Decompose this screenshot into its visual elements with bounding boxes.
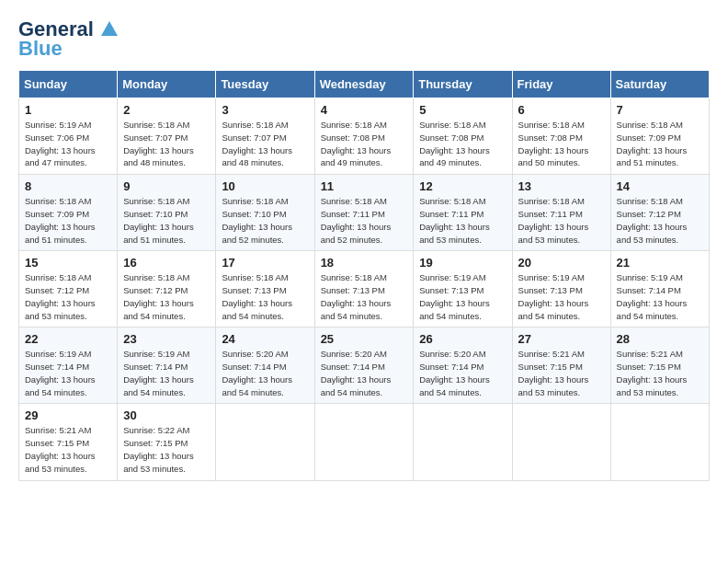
- day-detail: Sunrise: 5:18 AMSunset: 7:13 PMDaylight:…: [222, 271, 308, 322]
- day-detail: Sunrise: 5:19 AMSunset: 7:06 PMDaylight:…: [25, 119, 111, 169]
- calendar-day-cell: 13 Sunrise: 5:18 AMSunset: 7:11 PMDaylig…: [512, 175, 610, 251]
- day-detail: Sunrise: 5:18 AMSunset: 7:13 PMDaylight:…: [321, 271, 408, 322]
- day-number: 3: [222, 103, 308, 117]
- logo-icon: [101, 20, 118, 37]
- calendar-day-cell: [414, 404, 512, 480]
- day-detail: Sunrise: 5:18 AMSunset: 7:09 PMDaylight:…: [617, 119, 703, 169]
- day-number: 26: [419, 332, 506, 346]
- weekday-header-cell: Tuesday: [216, 71, 314, 98]
- day-number: 17: [222, 256, 308, 270]
- day-detail: Sunrise: 5:18 AMSunset: 7:11 PMDaylight:…: [419, 195, 506, 246]
- day-number: 11: [321, 179, 408, 193]
- day-number: 12: [419, 179, 506, 193]
- weekday-header-cell: Saturday: [610, 71, 709, 98]
- day-detail: Sunrise: 5:22 AMSunset: 7:15 PMDaylight:…: [123, 424, 210, 475]
- day-number: 1: [25, 103, 111, 117]
- page-header: General Blue: [18, 18, 710, 61]
- day-number: 4: [321, 103, 408, 117]
- weekday-header-cell: Friday: [512, 71, 610, 98]
- calendar-table: SundayMondayTuesdayWednesdayThursdayFrid…: [18, 70, 710, 480]
- weekday-header-row: SundayMondayTuesdayWednesdayThursdayFrid…: [19, 71, 710, 98]
- calendar-day-cell: 18 Sunrise: 5:18 AMSunset: 7:13 PMDaylig…: [314, 251, 414, 327]
- weekday-header-cell: Sunday: [19, 71, 118, 98]
- day-detail: Sunrise: 5:18 AMSunset: 7:08 PMDaylight:…: [321, 119, 408, 169]
- day-detail: Sunrise: 5:18 AMSunset: 7:08 PMDaylight:…: [419, 119, 506, 169]
- weekday-header-cell: Monday: [118, 71, 216, 98]
- day-detail: Sunrise: 5:19 AMSunset: 7:13 PMDaylight:…: [518, 271, 605, 322]
- calendar-day-cell: 21 Sunrise: 5:19 AMSunset: 7:14 PMDaylig…: [610, 251, 709, 327]
- day-detail: Sunrise: 5:18 AMSunset: 7:12 PMDaylight:…: [617, 195, 703, 246]
- day-number: 29: [25, 408, 111, 422]
- day-number: 2: [123, 103, 210, 117]
- calendar-day-cell: 28 Sunrise: 5:21 AMSunset: 7:15 PMDaylig…: [610, 327, 709, 404]
- day-number: 24: [222, 332, 308, 346]
- calendar-day-cell: 15 Sunrise: 5:18 AMSunset: 7:12 PMDaylig…: [19, 251, 118, 327]
- calendar-day-cell: [314, 404, 414, 480]
- calendar-day-cell: 11 Sunrise: 5:18 AMSunset: 7:11 PMDaylig…: [314, 175, 414, 251]
- day-detail: Sunrise: 5:19 AMSunset: 7:14 PMDaylight:…: [25, 348, 111, 398]
- day-detail: Sunrise: 5:18 AMSunset: 7:07 PMDaylight:…: [222, 119, 308, 169]
- day-number: 5: [419, 103, 506, 117]
- calendar-day-cell: 26 Sunrise: 5:20 AMSunset: 7:14 PMDaylig…: [414, 327, 512, 404]
- day-detail: Sunrise: 5:20 AMSunset: 7:14 PMDaylight:…: [222, 348, 308, 398]
- day-detail: Sunrise: 5:21 AMSunset: 7:15 PMDaylight:…: [25, 424, 111, 475]
- day-number: 8: [25, 179, 111, 193]
- day-detail: Sunrise: 5:19 AMSunset: 7:14 PMDaylight:…: [617, 271, 703, 322]
- day-number: 30: [123, 408, 210, 422]
- day-number: 20: [518, 256, 605, 270]
- calendar-day-cell: 8 Sunrise: 5:18 AMSunset: 7:09 PMDayligh…: [19, 175, 118, 251]
- day-number: 13: [518, 179, 605, 193]
- day-number: 10: [222, 179, 308, 193]
- day-detail: Sunrise: 5:18 AMSunset: 7:11 PMDaylight:…: [321, 195, 408, 246]
- day-number: 19: [419, 256, 506, 270]
- calendar-day-cell: 22 Sunrise: 5:19 AMSunset: 7:14 PMDaylig…: [19, 327, 118, 404]
- calendar-day-cell: 14 Sunrise: 5:18 AMSunset: 7:12 PMDaylig…: [610, 175, 709, 251]
- calendar-week-row: 1 Sunrise: 5:19 AMSunset: 7:06 PMDayligh…: [19, 98, 710, 175]
- day-detail: Sunrise: 5:21 AMSunset: 7:15 PMDaylight:…: [617, 348, 703, 398]
- day-detail: Sunrise: 5:20 AMSunset: 7:14 PMDaylight:…: [321, 348, 408, 398]
- day-number: 23: [123, 332, 210, 346]
- day-number: 25: [321, 332, 408, 346]
- day-number: 15: [25, 256, 111, 270]
- calendar-day-cell: 7 Sunrise: 5:18 AMSunset: 7:09 PMDayligh…: [610, 98, 709, 175]
- calendar-day-cell: 10 Sunrise: 5:18 AMSunset: 7:10 PMDaylig…: [216, 175, 314, 251]
- day-number: 28: [617, 332, 703, 346]
- calendar-day-cell: 27 Sunrise: 5:21 AMSunset: 7:15 PMDaylig…: [512, 327, 610, 404]
- day-number: 18: [321, 256, 408, 270]
- logo: General Blue: [18, 18, 118, 61]
- calendar-day-cell: 29 Sunrise: 5:21 AMSunset: 7:15 PMDaylig…: [19, 404, 118, 480]
- calendar-day-cell: 17 Sunrise: 5:18 AMSunset: 7:13 PMDaylig…: [216, 251, 314, 327]
- calendar-day-cell: 1 Sunrise: 5:19 AMSunset: 7:06 PMDayligh…: [19, 98, 118, 175]
- day-number: 6: [518, 103, 605, 117]
- day-detail: Sunrise: 5:18 AMSunset: 7:12 PMDaylight:…: [123, 271, 210, 322]
- calendar-day-cell: 20 Sunrise: 5:19 AMSunset: 7:13 PMDaylig…: [512, 251, 610, 327]
- day-detail: Sunrise: 5:18 AMSunset: 7:10 PMDaylight:…: [222, 195, 308, 246]
- day-detail: Sunrise: 5:18 AMSunset: 7:08 PMDaylight:…: [518, 119, 605, 169]
- calendar-day-cell: 12 Sunrise: 5:18 AMSunset: 7:11 PMDaylig…: [414, 175, 512, 251]
- weekday-header-cell: Thursday: [414, 71, 512, 98]
- calendar-day-cell: 30 Sunrise: 5:22 AMSunset: 7:15 PMDaylig…: [118, 404, 216, 480]
- calendar-day-cell: 16 Sunrise: 5:18 AMSunset: 7:12 PMDaylig…: [118, 251, 216, 327]
- day-detail: Sunrise: 5:18 AMSunset: 7:12 PMDaylight:…: [25, 271, 111, 322]
- day-number: 14: [617, 179, 703, 193]
- day-detail: Sunrise: 5:19 AMSunset: 7:13 PMDaylight:…: [419, 271, 506, 322]
- calendar-week-row: 15 Sunrise: 5:18 AMSunset: 7:12 PMDaylig…: [19, 251, 710, 327]
- calendar-day-cell: 19 Sunrise: 5:19 AMSunset: 7:13 PMDaylig…: [414, 251, 512, 327]
- day-detail: Sunrise: 5:18 AMSunset: 7:11 PMDaylight:…: [518, 195, 605, 246]
- calendar-day-cell: 24 Sunrise: 5:20 AMSunset: 7:14 PMDaylig…: [216, 327, 314, 404]
- svg-marker-0: [101, 21, 118, 36]
- day-number: 27: [518, 332, 605, 346]
- day-detail: Sunrise: 5:18 AMSunset: 7:10 PMDaylight:…: [123, 195, 210, 246]
- calendar-body: 1 Sunrise: 5:19 AMSunset: 7:06 PMDayligh…: [19, 98, 710, 480]
- day-number: 7: [617, 103, 703, 117]
- calendar-week-row: 8 Sunrise: 5:18 AMSunset: 7:09 PMDayligh…: [19, 175, 710, 251]
- day-detail: Sunrise: 5:18 AMSunset: 7:07 PMDaylight:…: [123, 119, 210, 169]
- calendar-day-cell: [610, 404, 709, 480]
- day-number: 16: [123, 256, 210, 270]
- calendar-day-cell: 9 Sunrise: 5:18 AMSunset: 7:10 PMDayligh…: [118, 175, 216, 251]
- calendar-day-cell: [512, 404, 610, 480]
- day-detail: Sunrise: 5:20 AMSunset: 7:14 PMDaylight:…: [419, 348, 506, 398]
- day-number: 21: [617, 256, 703, 270]
- day-number: 9: [123, 179, 210, 193]
- calendar-day-cell: 2 Sunrise: 5:18 AMSunset: 7:07 PMDayligh…: [118, 98, 216, 175]
